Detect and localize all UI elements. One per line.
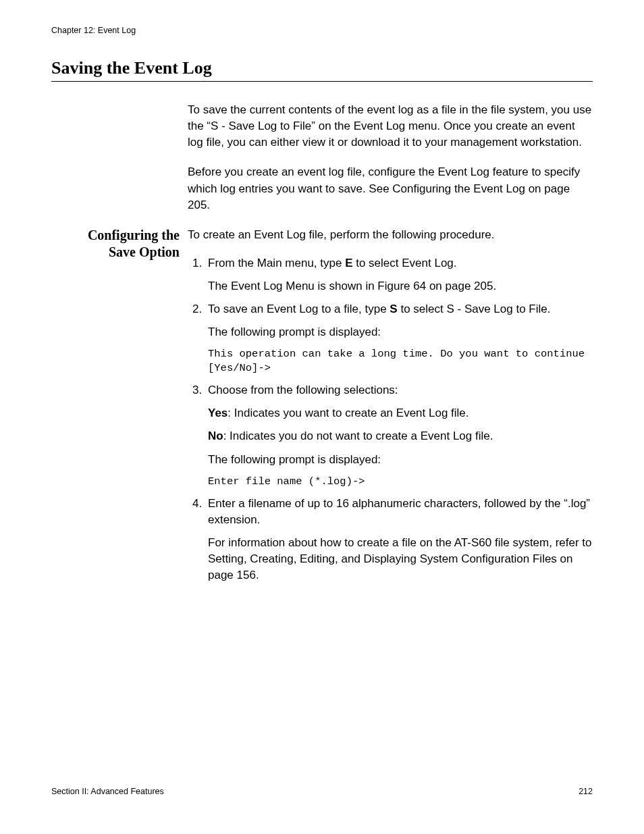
sidebar-line-2: Save Option <box>51 244 180 261</box>
intro-sidebar-empty <box>51 102 180 227</box>
step-2-post: to select S - Save Log to File. <box>398 303 551 315</box>
intro-block: To save the current contents of the even… <box>51 102 593 227</box>
step-1-post: to select Event Log. <box>352 257 456 269</box>
step-3-yes: Yes: Indicates you want to create an Eve… <box>208 405 593 421</box>
procedure-steps: From the Main menu, type E to select Eve… <box>188 255 593 583</box>
step-2-sub: The following prompt is displayed: <box>208 324 593 340</box>
sidebar-line-1: Configuring the <box>51 227 180 244</box>
step-2-key: S <box>390 303 397 315</box>
step-1-key: E <box>345 257 352 269</box>
step-3-lead: Choose from the following selections: <box>208 384 398 396</box>
step-3-sub: The following prompt is displayed: <box>208 452 593 468</box>
intro-p1: To save the current contents of the even… <box>188 102 593 151</box>
step-1-pre: From the Main menu, type <box>208 257 345 269</box>
step-1-sub: The Event Log Menu is shown in Figure 64… <box>208 278 593 294</box>
intro-body: To save the current contents of the even… <box>188 102 593 227</box>
step-2-pre: To save an Event Log to a file, type <box>208 303 390 315</box>
step-3-no-text: : Indicates you do not want to create a … <box>223 429 493 442</box>
step-4-sub: For information about how to create a fi… <box>208 535 593 583</box>
step-3-yes-label: Yes <box>208 407 227 419</box>
step-3-no: No: Indicates you do not want to create … <box>208 428 593 444</box>
step-3-code: Enter file name (*.log)-> <box>208 475 593 489</box>
step-3-no-label: No <box>208 429 223 442</box>
procedure-block: Configuring the Save Option To create an… <box>51 227 593 591</box>
page: Chapter 12: Event Log Saving the Event L… <box>0 0 644 834</box>
footer-right: 212 <box>579 787 593 796</box>
step-4-text: Enter a filename of up to 16 alphanumeri… <box>208 497 590 526</box>
section-title: Saving the Event Log <box>51 58 593 82</box>
step-1: From the Main menu, type E to select Eve… <box>205 255 593 294</box>
procedure-body: To create an Event Log file, perform the… <box>188 227 593 591</box>
step-3: Choose from the following selections: Ye… <box>205 382 593 488</box>
footer-left: Section II: Advanced Features <box>51 787 164 796</box>
step-3-yes-text: : Indicates you want to create an Event … <box>227 407 468 419</box>
step-2-code: This operation can take a long time. Do … <box>208 347 593 375</box>
step-4: Enter a filename of up to 16 alphanumeri… <box>205 496 593 584</box>
intro-p2: Before you create an event log file, con… <box>188 164 593 213</box>
running-header: Chapter 12: Event Log <box>51 26 593 35</box>
procedure-sidebar: Configuring the Save Option <box>51 227 180 591</box>
step-2: To save an Event Log to a file, type S t… <box>205 301 593 375</box>
page-footer: Section II: Advanced Features 212 <box>51 787 593 796</box>
procedure-lead: To create an Event Log file, perform the… <box>188 227 593 243</box>
